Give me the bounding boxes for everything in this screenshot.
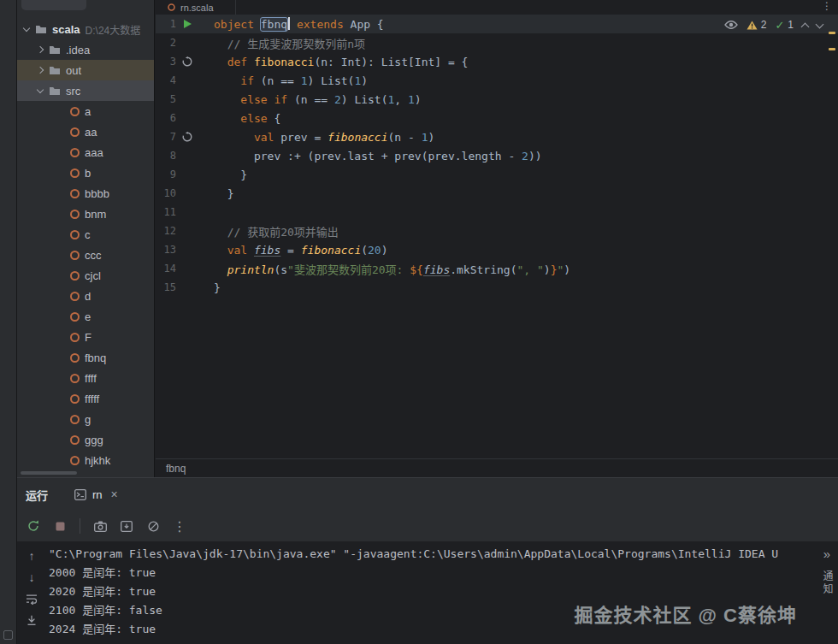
prev-problem-icon[interactable] — [801, 22, 810, 31]
right-side-tab[interactable]: 通知 — [817, 565, 837, 601]
code-line-2[interactable]: 2 // 生成斐波那契数列前n项 — [156, 33, 838, 52]
tree-item-aaa[interactable]: aaa — [17, 142, 154, 162]
passed-count[interactable]: ✓ 1 — [775, 19, 794, 32]
scala-object-icon — [70, 394, 80, 404]
code-text[interactable]: println(s"斐波那契数列前20项: ${fibs.mkString(",… — [196, 261, 570, 277]
tree-item-ccc[interactable]: ccc — [17, 245, 154, 265]
tree-item-src[interactable]: src — [17, 80, 154, 101]
code-editor[interactable]: 1object fbnq extends App {2 // 生成斐波那契数列前… — [156, 15, 838, 458]
tree-item-.idea[interactable]: .idea — [17, 39, 154, 60]
inspections-widget[interactable]: 2 ✓ 1 — [724, 18, 823, 32]
tree-item-F[interactable]: F — [17, 327, 154, 347]
code-line-11[interactable]: 11 — [156, 203, 838, 222]
project-selector[interactable] — [21, 0, 86, 10]
code-line-5[interactable]: 5 else if (n == 2) List(1, 1) — [156, 90, 838, 109]
code-line-3[interactable]: 3 def fibonacci(n: Int): List[Int] = { — [156, 52, 838, 71]
rerun-icon[interactable] — [27, 519, 40, 533]
code-text[interactable]: // 生成斐波那契数列前n项 — [196, 35, 365, 51]
code-text[interactable]: val fibs = fibonacci(20) — [196, 244, 388, 257]
code-text[interactable]: else { — [196, 112, 280, 125]
recursion-icon[interactable] — [179, 127, 196, 146]
tree-item-out[interactable]: out — [17, 60, 154, 80]
chevron-right-icon[interactable] — [37, 67, 44, 74]
more-options-icon[interactable]: ⋮ — [173, 519, 186, 533]
scrollbar-warning-mark[interactable] — [829, 32, 835, 34]
tree-item-b[interactable]: b — [17, 162, 154, 183]
tree-item-fffff[interactable]: fffff — [17, 388, 154, 409]
editor-tab-rn.scala[interactable]: rn.scala — [156, 0, 236, 15]
code-text[interactable]: else if (n == 2) List(1, 1) — [196, 93, 422, 106]
tree-item-ffff[interactable]: ffff — [17, 368, 154, 388]
tree-item-cjcl[interactable]: cjcl — [17, 265, 154, 286]
scroll-to-end-icon[interactable] — [25, 613, 38, 627]
code-line-13[interactable]: 13 val fibs = fibonacci(20) — [156, 240, 838, 259]
watermark: 掘金技术社区 @ C蔡徐坤 — [574, 600, 797, 627]
chevron-right-icon[interactable] — [37, 46, 44, 53]
tree-item-bnm[interactable]: bnm — [17, 204, 154, 224]
line-number: 3 — [156, 56, 176, 68]
run-gutter[interactable] — [179, 15, 196, 33]
identifier-under-caret: fbnq — [261, 18, 287, 31]
run-tab[interactable]: rn × — [70, 478, 121, 511]
code-line-7[interactable]: 7 val prev = fibonacci(n - 1) — [156, 127, 838, 146]
more-tabs-icon[interactable]: ⋮ — [822, 0, 832, 13]
code-text[interactable]: prev :+ (prev.last + prev(prev.length - … — [196, 150, 542, 162]
code-token: val — [227, 244, 254, 257]
status-widget-icon[interactable] — [3, 630, 13, 640]
code-line-9[interactable]: 9 } — [156, 165, 838, 184]
tree-item-label: fbnq — [85, 352, 106, 364]
tree-item-ggg[interactable]: ggg — [17, 429, 154, 450]
tree-item-scala[interactable]: scalaD:\24大数据 — [17, 19, 154, 39]
tree-item-d[interactable]: d — [17, 286, 154, 306]
tree-item-hjkhk[interactable]: hjkhk — [17, 450, 154, 470]
tree-item-bbbb[interactable]: bbbb — [17, 183, 154, 204]
reader-mode-eye-icon[interactable] — [724, 18, 738, 32]
code-line-4[interactable]: 4 if (n == 1) List(1) — [156, 71, 838, 90]
editor-tab-label: rn.scala — [180, 3, 214, 13]
chevron-down-icon[interactable] — [23, 24, 30, 31]
soft-wrap-icon[interactable] — [25, 592, 38, 606]
code-line-12[interactable]: 12 // 获取前20项并输出 — [156, 222, 838, 240]
code-text[interactable]: } — [196, 168, 247, 181]
close-tab-icon[interactable]: × — [111, 487, 118, 501]
recursion-icon[interactable] — [179, 52, 196, 71]
stop-icon[interactable] — [53, 519, 67, 533]
next-occurrence-icon[interactable]: ↓ — [25, 570, 38, 584]
prev-occurrence-icon[interactable]: ↑ — [25, 549, 38, 563]
code-text[interactable]: } — [196, 187, 233, 200]
scrollbar-warning-mark[interactable] — [829, 48, 835, 50]
restore-layout-icon[interactable] — [120, 519, 133, 533]
code-line-14[interactable]: 14 println(s"斐波那契数列前20项: ${fibs.mkString… — [156, 259, 838, 278]
next-problem-icon[interactable] — [816, 20, 824, 28]
run-icon[interactable] — [184, 20, 192, 28]
clear-all-icon[interactable] — [146, 519, 160, 533]
code-line-10[interactable]: 10 } — [156, 184, 838, 203]
tree-item-aa[interactable]: aa — [17, 121, 154, 142]
code-line-6[interactable]: 6 else { — [156, 109, 838, 127]
code-line-15[interactable]: 15} — [156, 278, 838, 297]
code-token: fibonacci — [301, 244, 361, 257]
tree-item-g[interactable]: g — [17, 409, 154, 429]
code-text[interactable]: def fibonacci(n: Int): List[Int] = { — [196, 56, 468, 68]
code-line-8[interactable]: 8 prev :+ (prev.last + prev(prev.length … — [156, 146, 838, 165]
scala-object-icon — [70, 230, 80, 239]
console-output[interactable]: "C:\Program Files\Java\jdk-17\bin\java.e… — [49, 545, 814, 644]
code-text[interactable]: if (n == 1) List(1) — [196, 74, 368, 87]
warnings-count[interactable]: 2 — [747, 19, 767, 31]
scala-object-ring — [70, 107, 80, 116]
tree-item-fbnq[interactable]: fbnq — [17, 347, 154, 368]
hide-panel-icon[interactable]: » — [823, 547, 830, 561]
code-text[interactable]: // 获取前20项并输出 — [196, 223, 339, 239]
tree-item-a[interactable]: a — [17, 101, 154, 121]
code-text[interactable]: object fbnq extends App { — [196, 17, 384, 31]
tree-item-label: fffff — [85, 393, 99, 405]
dump-threads-icon[interactable] — [93, 519, 107, 533]
code-text[interactable]: val prev = fibonacci(n - 1) — [196, 131, 434, 144]
horizontal-scrollbar[interactable] — [21, 471, 77, 475]
chevron-down-icon[interactable] — [37, 86, 44, 92]
breadcrumb-item[interactable]: fbnq — [166, 463, 186, 475]
code-token — [214, 131, 254, 144]
tree-item-c[interactable]: c — [17, 224, 154, 245]
code-text[interactable]: } — [196, 281, 221, 294]
tree-item-e[interactable]: e — [17, 306, 154, 327]
